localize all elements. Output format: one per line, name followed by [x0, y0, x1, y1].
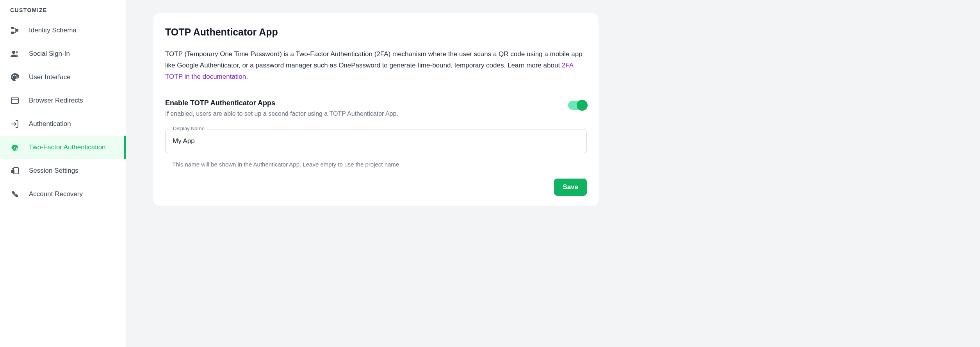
svg-point-9: [13, 75, 14, 76]
card-actions: Save: [165, 179, 587, 196]
display-name-input[interactable]: [165, 129, 587, 153]
sidebar-item-two-factor-authentication[interactable]: Two-Factor Authentication: [0, 136, 126, 159]
bandage-icon: [10, 189, 20, 199]
device-lock-icon: [10, 166, 20, 175]
svg-rect-1: [11, 32, 14, 34]
svg-point-7: [16, 51, 18, 53]
enable-totp-row: Enable TOTP Authenticator Apps If enable…: [165, 99, 587, 117]
schema-icon: [10, 26, 20, 35]
sidebar-item-session-settings[interactable]: Session Settings: [0, 159, 126, 182]
save-button[interactable]: Save: [554, 179, 587, 196]
toggle-title: Enable TOTP Authenticator Apps: [165, 99, 398, 107]
svg-point-17: [14, 193, 14, 194]
sidebar: CUSTOMIZE Identity Schema Social Sign-In…: [0, 0, 126, 347]
people-icon: [10, 49, 20, 58]
browser-icon: [10, 96, 20, 105]
toggle-knob: [577, 100, 588, 111]
sidebar-section-header: CUSTOMIZE: [0, 7, 126, 19]
toggle-subtitle: If enabled, users are able to set up a s…: [165, 110, 398, 117]
svg-rect-0: [11, 27, 14, 29]
svg-point-11: [16, 76, 18, 78]
svg-point-6: [12, 51, 15, 54]
svg-rect-15: [11, 170, 14, 173]
svg-rect-16: [11, 191, 18, 198]
fingerprint-icon: [10, 143, 20, 152]
sidebar-item-label: Session Settings: [29, 167, 78, 175]
enable-totp-toggle[interactable]: [568, 101, 587, 110]
svg-point-20: [14, 195, 14, 195]
totp-card: TOTP Authenticator App TOTP (Temporary O…: [153, 13, 599, 206]
main-content: TOTP Authenticator App TOTP (Temporary O…: [126, 0, 980, 347]
sidebar-item-identity-schema[interactable]: Identity Schema: [0, 19, 126, 42]
svg-point-8: [12, 76, 13, 78]
sidebar-item-label: Two-Factor Authentication: [29, 143, 106, 151]
sidebar-item-label: Identity Schema: [29, 27, 77, 34]
display-name-help: This name will be shown in the Authentic…: [165, 157, 587, 168]
svg-rect-5: [15, 28, 16, 33]
card-description: TOTP (Temporary One Time Password) is a …: [165, 49, 587, 83]
svg-point-19: [15, 193, 16, 194]
sidebar-item-label: Account Recovery: [29, 190, 83, 198]
svg-rect-2: [16, 29, 18, 32]
sidebar-item-label: User Interface: [29, 73, 71, 81]
card-desc-text: TOTP (Temporary One Time Password) is a …: [165, 50, 583, 69]
sidebar-item-browser-redirects[interactable]: Browser Redirects: [0, 89, 126, 112]
sidebar-item-label: Browser Redirects: [29, 97, 83, 104]
svg-point-10: [15, 75, 16, 76]
card-title: TOTP Authenticator App: [165, 27, 587, 38]
login-icon: [10, 119, 20, 129]
display-name-field-wrap: Display Name: [165, 129, 587, 153]
sidebar-item-label: Authentication: [29, 120, 71, 128]
svg-rect-12: [11, 98, 18, 103]
svg-point-18: [15, 195, 16, 195]
sidebar-item-label: Social Sign-In: [29, 50, 70, 58]
display-name-label: Display Name: [171, 126, 207, 131]
sidebar-item-social-signin[interactable]: Social Sign-In: [0, 42, 126, 66]
toggle-text: Enable TOTP Authenticator Apps If enable…: [165, 99, 398, 117]
card-desc-suffix: .: [246, 73, 248, 80]
sidebar-item-user-interface[interactable]: User Interface: [0, 66, 126, 89]
sidebar-item-authentication[interactable]: Authentication: [0, 112, 126, 136]
palette-icon: [10, 73, 20, 82]
sidebar-item-account-recovery[interactable]: Account Recovery: [0, 182, 126, 206]
